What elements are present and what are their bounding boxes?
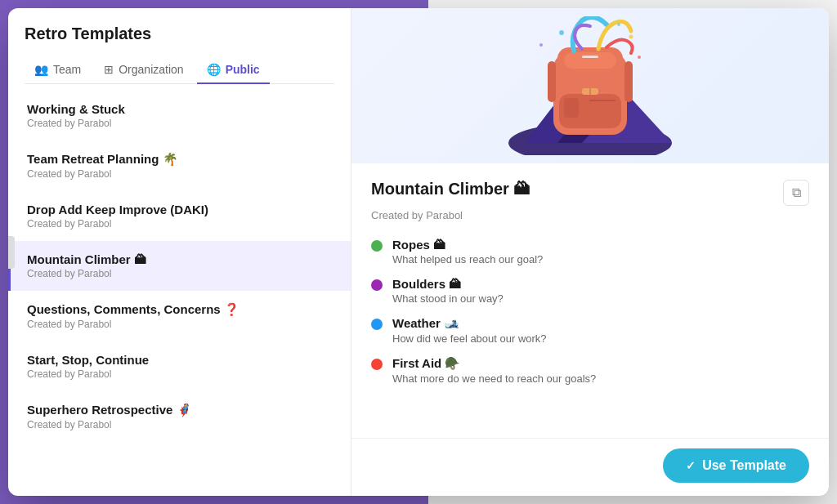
svg-rect-13 <box>624 61 633 102</box>
template-author: Created by Parabol <box>27 168 334 180</box>
tab-public[interactable]: 🌐 Public <box>197 56 270 84</box>
svg-rect-7 <box>564 52 616 69</box>
modal-title: Retro Templates <box>25 25 334 43</box>
ropes-dot <box>371 240 383 252</box>
weather-name: Weather 🎿 <box>392 316 547 331</box>
public-icon: 🌐 <box>207 63 221 76</box>
retro-templates-modal: Retro Templates 👥 Team ⊞ Organization 🌐 … <box>8 8 829 496</box>
category-item-boulders: Boulders 🏔 What stood in our way? <box>371 277 809 305</box>
svg-point-18 <box>539 43 543 47</box>
template-item-questions[interactable]: Questions, Comments, Concerns ❓ Created … <box>8 291 351 341</box>
preview-hero <box>351 8 829 163</box>
template-name: Start, Stop, Continue <box>27 353 334 367</box>
preview-title-row: Mountain Climber 🏔 ⧉ <box>371 180 809 206</box>
ropes-desc: What helped us reach our goal? <box>392 253 543 265</box>
panel-header: Retro Templates 👥 Team ⊞ Organization 🌐 … <box>8 8 351 84</box>
weather-dot <box>371 319 383 330</box>
svg-point-17 <box>638 56 641 59</box>
template-name: Questions, Comments, Concerns ❓ <box>27 302 334 317</box>
template-author: Created by Parabol <box>27 368 334 380</box>
checkmark-icon: ✓ <box>686 459 696 472</box>
svg-rect-14 <box>582 56 598 58</box>
preview-content: Mountain Climber 🏔 ⧉ Created by Parabol … <box>351 163 829 438</box>
copy-button[interactable]: ⧉ <box>783 180 809 206</box>
ropes-name: Ropes 🏔 <box>392 238 543 252</box>
preview-author: Created by Parabol <box>371 209 809 221</box>
drag-handle[interactable] <box>8 236 15 269</box>
template-name: Drop Add Keep Improve (DAKI) <box>27 203 334 216</box>
svg-point-15 <box>559 30 564 35</box>
team-icon: 👥 <box>34 63 48 76</box>
template-list: Working & Stuck Created by Parabol Team … <box>8 84 351 496</box>
tabs-bar: 👥 Team ⊞ Organization 🌐 Public <box>25 56 334 84</box>
tab-organization[interactable]: ⊞ Organization <box>94 56 193 84</box>
boulders-text: Boulders 🏔 What stood in our way? <box>392 277 504 305</box>
weather-desc: How did we feel about our work? <box>392 332 547 345</box>
left-panel: Retro Templates 👥 Team ⊞ Organization 🌐 … <box>8 8 351 496</box>
template-item-daki[interactable]: Drop Add Keep Improve (DAKI) Created by … <box>8 191 351 241</box>
template-author: Created by Parabol <box>27 319 334 330</box>
template-author: Created by Parabol <box>27 118 334 129</box>
boulders-name: Boulders 🏔 <box>392 277 504 291</box>
template-item-mountain-climber[interactable]: Mountain Climber 🏔 Created by Parabol <box>8 241 351 291</box>
tab-public-label: Public <box>226 63 260 76</box>
svg-rect-9 <box>564 98 579 118</box>
template-name: Superhero Retrospective 🦸 <box>27 403 334 417</box>
preview-title: Mountain Climber 🏔 <box>371 180 530 198</box>
backpack-illustration <box>500 16 680 155</box>
weather-text: Weather 🎿 How did we feel about our work… <box>392 316 547 345</box>
organization-icon: ⊞ <box>104 63 114 76</box>
use-template-button[interactable]: ✓ Use Template <box>663 448 809 483</box>
svg-point-16 <box>629 35 633 39</box>
template-author: Created by Parabol <box>27 268 334 279</box>
svg-rect-12 <box>548 61 556 102</box>
category-item-first-aid: First Aid 🪖 What more do we need to reac… <box>371 356 809 385</box>
template-author: Created by Parabol <box>27 419 334 430</box>
template-name: Mountain Climber 🏔 <box>27 252 334 266</box>
boulders-desc: What stood in our way? <box>392 292 504 305</box>
right-panel: Mountain Climber 🏔 ⧉ Created by Parabol … <box>351 8 829 496</box>
category-item-ropes: Ropes 🏔 What helped us reach our goal? <box>371 238 809 265</box>
copy-icon: ⧉ <box>792 185 801 200</box>
use-template-label: Use Template <box>702 458 786 473</box>
svg-point-19 <box>617 23 620 26</box>
ropes-text: Ropes 🏔 What helped us reach our goal? <box>392 238 543 265</box>
first-aid-text: First Aid 🪖 What more do we need to reac… <box>392 356 596 385</box>
template-item-superhero[interactable]: Superhero Retrospective 🦸 Created by Par… <box>8 391 351 442</box>
category-list: Ropes 🏔 What helped us reach our goal? B… <box>371 238 809 385</box>
template-item-start-stop[interactable]: Start, Stop, Continue Created by Parabol <box>8 341 351 391</box>
template-name: Team Retreat Planning 🌴 <box>27 152 334 167</box>
footer-bar: ✓ Use Template <box>351 438 829 496</box>
category-item-weather: Weather 🎿 How did we feel about our work… <box>371 316 809 345</box>
tab-team-label: Team <box>53 63 81 76</box>
first-aid-desc: What more do we need to reach our goals? <box>392 372 596 385</box>
template-name: Working & Stuck <box>27 102 334 116</box>
tab-team[interactable]: 👥 Team <box>25 56 91 84</box>
first-aid-dot <box>371 359 383 370</box>
boulders-dot <box>371 279 383 291</box>
tab-org-label: Organization <box>119 63 183 76</box>
template-author: Created by Parabol <box>27 218 334 230</box>
first-aid-name: First Aid 🪖 <box>392 356 596 371</box>
template-item-retreat[interactable]: Team Retreat Planning 🌴 Created by Parab… <box>8 140 351 191</box>
template-item-working-stuck[interactable]: Working & Stuck Created by Parabol <box>8 91 351 140</box>
